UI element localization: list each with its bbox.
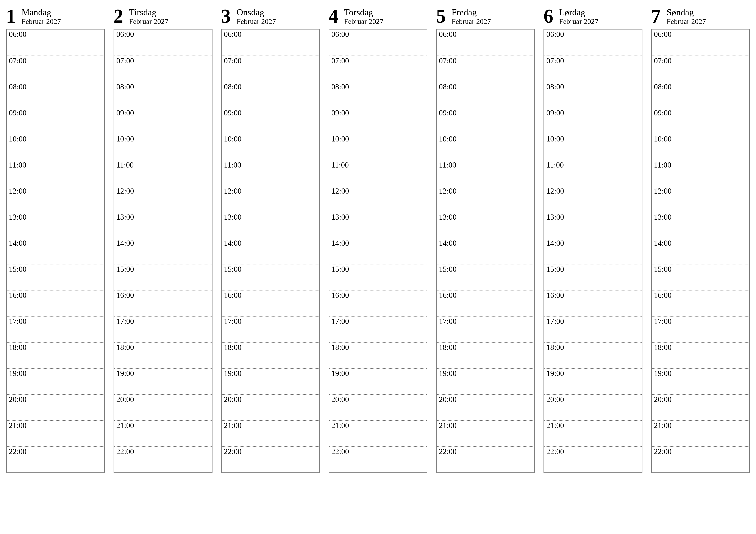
- hour-label: 19:00: [546, 369, 640, 377]
- hour-label: 18:00: [9, 343, 103, 351]
- hour-label: 13:00: [546, 213, 640, 221]
- hour-label: 22:00: [224, 448, 318, 455]
- hour-label: 09:00: [9, 109, 103, 117]
- hour-cell: 09:00: [652, 108, 749, 134]
- hour-cell: 09:00: [114, 108, 212, 134]
- hour-label: 22:00: [439, 448, 532, 455]
- hour-cell: 13:00: [114, 212, 212, 238]
- hour-label: 11:00: [224, 161, 318, 169]
- hour-label: 12:00: [224, 187, 318, 195]
- hour-label: 22:00: [116, 448, 210, 455]
- day-name: Lørdag: [559, 8, 598, 17]
- hour-label: 07:00: [439, 57, 532, 64]
- hour-label: 13:00: [9, 213, 103, 221]
- hour-label: 21:00: [9, 421, 103, 429]
- hour-label: 07:00: [9, 57, 103, 64]
- hour-label: 09:00: [332, 109, 425, 117]
- hour-label: 13:00: [224, 213, 318, 221]
- hour-cell: 08:00: [114, 82, 212, 108]
- hour-cell: 08:00: [329, 82, 427, 108]
- hour-cell: 15:00: [329, 264, 427, 290]
- hour-label: 17:00: [332, 318, 425, 325]
- day-header: 5FredagFebruar 2027: [436, 5, 535, 29]
- hour-cell: 13:00: [652, 212, 749, 238]
- hour-label: 14:00: [439, 239, 532, 247]
- hour-label: 16:00: [332, 291, 425, 299]
- hour-cell: 07:00: [544, 56, 642, 82]
- hour-label: 18:00: [654, 343, 747, 351]
- hour-label: 17:00: [439, 318, 532, 325]
- hour-cell: 06:00: [544, 30, 642, 56]
- hour-cell: 19:00: [7, 368, 104, 394]
- day-hours-grid: 06:0007:0008:0009:0010:0011:0012:0013:00…: [544, 29, 642, 473]
- hour-label: 15:00: [654, 265, 747, 273]
- hour-cell: 16:00: [114, 290, 212, 316]
- day-header: 3OnsdagFebruar 2027: [221, 5, 320, 29]
- hour-label: 06:00: [224, 30, 318, 38]
- hour-cell: 10:00: [222, 134, 319, 160]
- hour-cell: 09:00: [222, 108, 319, 134]
- hour-cell: 06:00: [7, 30, 104, 56]
- day-number: 5: [436, 7, 446, 26]
- hour-label: 19:00: [9, 369, 103, 377]
- hour-label: 11:00: [332, 161, 425, 169]
- hour-label: 20:00: [332, 395, 425, 403]
- hour-label: 07:00: [116, 57, 210, 64]
- hour-cell: 08:00: [7, 82, 104, 108]
- hour-label: 20:00: [9, 395, 103, 403]
- hour-label: 20:00: [116, 395, 210, 403]
- hour-cell: 15:00: [652, 264, 749, 290]
- hour-cell: 21:00: [652, 420, 749, 446]
- day-name: Torsdag: [344, 8, 383, 17]
- hour-cell: 11:00: [222, 160, 319, 186]
- hour-label: 11:00: [654, 161, 747, 169]
- hour-cell: 21:00: [114, 420, 212, 446]
- hour-cell: 19:00: [544, 368, 642, 394]
- day-month-year: Februar 2027: [344, 17, 383, 26]
- hour-cell: 19:00: [114, 368, 212, 394]
- hour-cell: 10:00: [544, 134, 642, 160]
- hour-cell: 14:00: [652, 238, 749, 264]
- hour-label: 06:00: [654, 30, 747, 38]
- hour-label: 17:00: [654, 318, 747, 325]
- hour-label: 15:00: [546, 265, 640, 273]
- hour-label: 08:00: [654, 83, 747, 91]
- hour-cell: 17:00: [7, 316, 104, 342]
- day-hours-grid: 06:0007:0008:0009:0010:0011:0012:0013:00…: [329, 29, 428, 473]
- hour-label: 21:00: [116, 421, 210, 429]
- hour-label: 18:00: [546, 343, 640, 351]
- day-header: 6LørdagFebruar 2027: [544, 5, 642, 29]
- hour-label: 13:00: [439, 213, 532, 221]
- hour-cell: 12:00: [222, 186, 319, 212]
- hour-label: 06:00: [116, 30, 210, 38]
- hour-label: 16:00: [9, 291, 103, 299]
- hour-label: 08:00: [332, 83, 425, 91]
- hour-label: 08:00: [439, 83, 532, 91]
- hour-label: 11:00: [116, 161, 210, 169]
- day-name: Mandag: [21, 8, 61, 17]
- hour-label: 10:00: [9, 135, 103, 143]
- hour-cell: 09:00: [544, 108, 642, 134]
- hour-cell: 17:00: [652, 316, 749, 342]
- day-name: Søndag: [666, 8, 706, 17]
- day-hours-grid: 06:0007:0008:0009:0010:0011:0012:0013:00…: [114, 29, 212, 473]
- day-hours-grid: 06:0007:0008:0009:0010:0011:0012:0013:00…: [6, 29, 105, 473]
- hour-cell: 22:00: [437, 446, 534, 472]
- hour-cell: 09:00: [329, 108, 427, 134]
- day-column: 4TorsdagFebruar 202706:0007:0008:0009:00…: [329, 5, 428, 473]
- hour-label: 14:00: [654, 239, 747, 247]
- hour-cell: 08:00: [652, 82, 749, 108]
- hour-label: 19:00: [439, 369, 532, 377]
- hour-label: 11:00: [546, 161, 640, 169]
- hour-cell: 22:00: [222, 446, 319, 472]
- day-column: 3OnsdagFebruar 202706:0007:0008:0009:001…: [221, 5, 320, 473]
- hour-label: 14:00: [224, 239, 318, 247]
- day-month-year: Februar 2027: [129, 17, 168, 26]
- day-column: 7SøndagFebruar 202706:0007:0008:0009:001…: [651, 5, 750, 473]
- day-column: 2TirsdagFebruar 202706:0007:0008:0009:00…: [114, 5, 212, 473]
- hour-cell: 07:00: [437, 56, 534, 82]
- hour-cell: 18:00: [114, 342, 212, 368]
- hour-cell: 12:00: [329, 186, 427, 212]
- day-number: 7: [651, 7, 661, 26]
- hour-cell: 10:00: [7, 134, 104, 160]
